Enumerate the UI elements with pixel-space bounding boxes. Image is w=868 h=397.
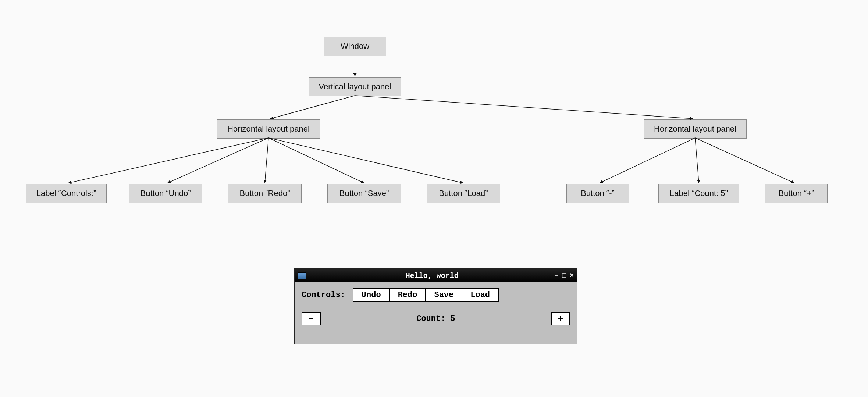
minimize-icon[interactable]: –	[555, 272, 559, 279]
node-button-minus: Button “-”	[566, 184, 629, 203]
svg-line-3	[68, 138, 268, 183]
window-title: Hello, world	[310, 272, 555, 280]
count-row: − Count: 5 +	[302, 312, 570, 325]
node-button-load: Button “Load”	[427, 184, 500, 203]
increment-button[interactable]: +	[551, 312, 570, 325]
save-button[interactable]: Save	[426, 288, 462, 302]
node-horizontal-panel-2: Horizontal layout panel	[644, 119, 747, 139]
node-horizontal-panel-1: Horizontal layout panel	[217, 119, 320, 139]
titlebar[interactable]: Hello, world – □ ×	[295, 269, 577, 282]
undo-button[interactable]: Undo	[353, 288, 390, 302]
node-button-save: Button “Save”	[327, 184, 401, 203]
decrement-button[interactable]: −	[302, 312, 321, 325]
controls-label: Controls:	[302, 290, 345, 300]
load-button[interactable]: Load	[462, 288, 499, 302]
node-vertical-panel: Vertical layout panel	[309, 77, 401, 96]
svg-line-5	[265, 138, 268, 183]
example-window: Hello, world – □ × Controls: Undo Redo S…	[294, 268, 577, 344]
node-button-undo: Button “Undo”	[129, 184, 202, 203]
count-label: Count: 5	[416, 314, 455, 323]
svg-line-6	[268, 138, 364, 183]
controls-row: Controls: Undo Redo Save Load	[302, 288, 570, 302]
svg-line-1	[270, 96, 355, 119]
redo-button[interactable]: Redo	[390, 288, 426, 302]
svg-line-10	[695, 138, 794, 183]
node-label-controls: Label “Controls:”	[26, 184, 107, 203]
node-window: Window	[324, 37, 386, 56]
node-button-redo: Button “Redo”	[228, 184, 302, 203]
window-icon	[298, 272, 306, 279]
close-icon[interactable]: ×	[570, 272, 574, 279]
svg-line-9	[695, 138, 699, 183]
svg-line-8	[600, 138, 695, 183]
svg-line-4	[167, 138, 268, 183]
svg-line-7	[268, 138, 463, 183]
svg-line-2	[355, 96, 693, 119]
node-button-plus: Button “+”	[765, 184, 828, 203]
maximize-icon[interactable]: □	[562, 272, 566, 279]
node-label-count: Label “Count: 5”	[658, 184, 739, 203]
